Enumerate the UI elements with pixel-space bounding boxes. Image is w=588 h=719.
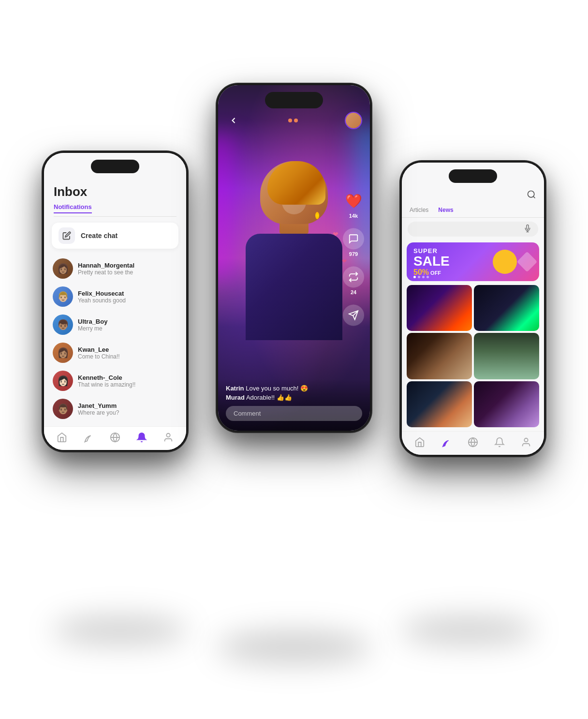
dot-2	[294, 119, 298, 122]
hair	[267, 161, 325, 205]
gallery-item-4[interactable]	[474, 333, 539, 379]
left-notch	[91, 160, 139, 173]
chat-preview: That wine is amazing!!	[78, 381, 177, 388]
list-item[interactable]: 👩🏽 Kwan_Lee Come to China!!	[48, 339, 182, 367]
list-item[interactable]: 👨🏼 Felix_Housecat Yeah sounds good	[48, 283, 182, 311]
nav-home-icon-right[interactable]	[413, 435, 426, 449]
nav-profile-icon[interactable]	[162, 431, 175, 444]
nav-globe-icon[interactable]	[108, 431, 122, 444]
svg-line-6	[533, 196, 535, 198]
bottom-nav-right	[402, 431, 544, 455]
shadow-center	[217, 630, 371, 664]
gallery-item-3[interactable]	[407, 333, 472, 379]
inbox-title: Inbox	[54, 184, 176, 199]
jacket	[246, 234, 342, 340]
banner-dots	[413, 276, 429, 278]
share-button[interactable]: 24	[343, 267, 364, 295]
avatar: 👦🏽	[53, 315, 73, 335]
chat-preview: Yeah sounds good	[78, 297, 177, 304]
tab-news[interactable]: News	[436, 206, 455, 214]
person-figure	[246, 156, 342, 340]
avatar: 👨🏼	[53, 286, 73, 307]
nav-bell-icon[interactable]	[135, 431, 148, 444]
create-chat-button[interactable]: Create chat	[52, 223, 178, 249]
banner-dot-2	[418, 276, 420, 278]
banner-off: 50% OFF	[413, 268, 450, 277]
chat-preview: Where are you?	[78, 409, 177, 416]
nav-bell-icon-right[interactable]	[493, 435, 506, 449]
chat-info: Kwan_Lee Come to China!!	[78, 346, 177, 360]
comment-placeholder: Comment	[234, 410, 261, 417]
nav-leaf-icon[interactable]	[82, 431, 95, 444]
chat-name: Kenneth-_Cole	[78, 374, 177, 381]
video-screen: ❤️ ❤ ❤ ❤️ 14k 979	[218, 85, 370, 431]
phone-left: Inbox Notifications Create chat	[43, 151, 188, 451]
user-avatar-top[interactable]	[345, 112, 362, 129]
list-item[interactable]: 👨🏼 David_Bakmann Merry me	[48, 423, 182, 426]
nav-leaf-icon-right[interactable]	[440, 435, 453, 449]
svg-point-11	[524, 438, 528, 442]
banner-dot-3	[422, 276, 425, 278]
heart-icon: ❤️	[343, 190, 364, 211]
main-scene: Inbox Notifications Create chat	[28, 45, 560, 674]
back-button[interactable]	[226, 113, 241, 128]
gallery-item-1[interactable]	[407, 285, 472, 331]
comment-2: Murad Adorable!! 👍👍	[226, 394, 362, 401]
comment-1: Katrin Love you so much! 😍	[226, 385, 362, 392]
comment-button[interactable]: 979	[343, 228, 364, 257]
chat-name: Ultra_Boy	[78, 318, 177, 325]
search-bar[interactable]	[408, 222, 538, 237]
comment-icon	[343, 228, 364, 250]
video-bottom: Katrin Love you so much! 😍 Murad Adorabl…	[218, 379, 370, 431]
bottom-nav-left	[44, 426, 186, 450]
list-item[interactable]: 👩🏽 Hannah_Morgental Pretty neat to see t…	[48, 255, 182, 283]
banner-dot-1	[413, 276, 416, 278]
floating-heart-2: ❤	[333, 230, 338, 238]
comment-user-2: Murad	[226, 394, 245, 401]
gallery-item-6[interactable]	[474, 381, 539, 427]
send-button[interactable]	[343, 305, 364, 326]
banner-ad[interactable]: SUPER SALE 50% OFF	[407, 242, 539, 281]
earring	[315, 212, 319, 219]
tab-notifications[interactable]: Notifications	[54, 203, 92, 213]
gallery-screen: Articles News SUPER SALE 50% OF	[402, 163, 544, 455]
chat-name: Hannah_Morgental	[78, 262, 177, 269]
chat-name: Felix_Housecat	[78, 290, 177, 297]
shadow-right	[400, 616, 536, 645]
nav-home-icon[interactable]	[55, 431, 69, 444]
chat-info: Janet_Yumm Where are you?	[78, 402, 177, 416]
chat-preview: Come to China!!	[78, 353, 177, 360]
avatar: 👩🏻	[53, 371, 73, 391]
nav-globe-icon-right[interactable]	[466, 435, 480, 449]
list-item[interactable]: 👨🏽 Janet_Yumm Where are you?	[48, 395, 182, 423]
video-top-bar	[218, 112, 370, 129]
comment-user-1: Katrin	[226, 385, 244, 392]
search-button[interactable]	[527, 190, 536, 202]
svg-point-5	[528, 191, 534, 197]
banner-decoration	[493, 250, 534, 274]
video-dots	[288, 119, 298, 122]
banner-sale: SALE	[413, 255, 450, 268]
video-comments: Katrin Love you so much! 😍 Murad Adorabl…	[226, 385, 362, 401]
avatar: 👨🏽	[53, 399, 73, 419]
gallery-grid	[402, 285, 544, 431]
nav-profile-icon-right[interactable]	[519, 435, 533, 449]
inbox-screen: Inbox Notifications Create chat	[44, 153, 186, 450]
tab-articles[interactable]: Articles	[408, 206, 430, 214]
chat-info: Hannah_Morgental Pretty neat to see the	[78, 262, 177, 276]
avatar: 👩🏽	[53, 258, 73, 279]
chat-preview: Merry me	[78, 325, 177, 332]
gallery-item-2[interactable]	[474, 285, 539, 331]
comment-text-1: Love you so much! 😍	[246, 385, 308, 392]
chat-name: Kwan_Lee	[78, 346, 177, 353]
dot-1	[288, 119, 292, 122]
share-icon	[343, 267, 364, 288]
like-button[interactable]: ❤️ 14k	[343, 190, 364, 219]
create-chat-label: Create chat	[81, 232, 118, 240]
comment-input[interactable]: Comment	[226, 406, 362, 421]
list-item[interactable]: 👩🏻 Kenneth-_Cole That wine is amazing!!	[48, 367, 182, 395]
comment-text-2: Adorable!! 👍👍	[246, 394, 292, 401]
chat-preview: Pretty neat to see the	[78, 269, 177, 276]
list-item[interactable]: 👦🏽 Ultra_Boy Merry me	[48, 311, 182, 339]
gallery-item-5[interactable]	[407, 381, 472, 427]
